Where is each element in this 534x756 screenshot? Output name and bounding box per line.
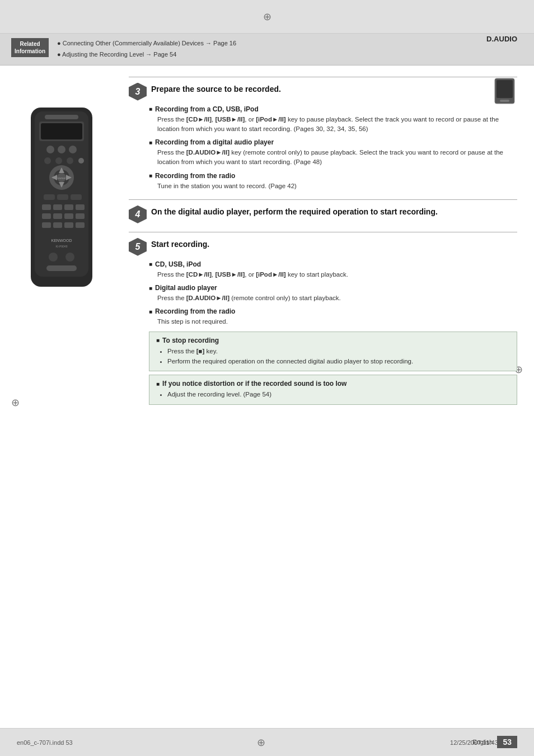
top-bar: ⊕: [0, 0, 534, 34]
svg-point-38: [65, 253, 74, 262]
related-info-bar: Related Information ● Connecting Other (…: [0, 34, 534, 66]
svg-text:KI-P9048: KI-P9048: [56, 245, 68, 248]
sub-title-5-cd: CD, USB, iPod: [149, 260, 517, 268]
file-info: en06_c-707i.indd 53: [17, 739, 73, 746]
svg-rect-39: [46, 265, 77, 271]
svg-point-7: [69, 146, 77, 153]
step-4-block: 4 On the digital audio player, perform t…: [129, 199, 517, 223]
svg-rect-28: [53, 213, 62, 219]
svg-point-6: [58, 146, 65, 153]
sub-text-digital: Press the [D.AUDIO►/II] key (remote cont…: [149, 148, 517, 167]
sub-text-5-radio: This step is not required.: [149, 317, 517, 326]
svg-rect-21: [57, 194, 68, 200]
step-3-block: 3 Prepare the source to be recorded. Rec…: [129, 77, 517, 191]
step-4-title: On the digital audio player, perform the…: [151, 206, 438, 216]
svg-rect-26: [76, 204, 85, 210]
sub-section-radio: Recording from the radio Tune in the sta…: [149, 172, 517, 191]
distortion-list: Adjust the recording level. (Page 54): [156, 389, 510, 399]
stop-recording-title: To stop recording: [156, 337, 510, 344]
svg-rect-27: [42, 213, 51, 219]
svg-rect-42: [500, 100, 509, 102]
svg-rect-4: [41, 123, 82, 139]
step-3-header: 3 Prepare the source to be recorded.: [129, 83, 517, 101]
device-icon-area: [492, 77, 517, 110]
svg-rect-23: [42, 204, 51, 210]
sub-title-digital: Recording from a digital audio player: [149, 138, 517, 146]
svg-point-5: [46, 146, 54, 153]
main-content: ⊕ ⊕: [0, 66, 534, 728]
step-5-content: CD, USB, iPod Press the [CD►/II], [USB►/…: [129, 260, 517, 405]
svg-rect-2: [45, 115, 78, 119]
svg-text:KENWOOD: KENWOOD: [51, 239, 72, 242]
stop-item-2: Perform the required operation on the co…: [167, 356, 510, 366]
svg-rect-32: [53, 222, 62, 228]
svg-point-8: [44, 157, 51, 164]
svg-rect-30: [76, 213, 85, 219]
svg-rect-29: [64, 213, 73, 219]
step-5-block: 5 Start recording. CD, USB, iPod Press t…: [129, 232, 517, 405]
step-3-content: Recording from a CD, USB, iPod Press the…: [129, 105, 517, 191]
svg-rect-31: [42, 222, 51, 228]
step-3-number: 3: [129, 83, 147, 101]
sub-title-cd-usb: Recording from a CD, USB, iPod: [149, 105, 517, 113]
left-panel: ENTER KENWOOD KI-P9048: [0, 71, 123, 722]
svg-rect-41: [496, 80, 513, 98]
sub-text-cd-usb: Press the [CD►/II], [USB►/II], or [iPod►…: [149, 115, 517, 134]
sub-section-digital: Recording from a digital audio player Pr…: [149, 138, 517, 167]
svg-rect-22: [71, 194, 82, 200]
sub-section-5-radio: Recording from the radio This step is no…: [149, 307, 517, 326]
distortion-box: If you notice distortion or if the recor…: [149, 375, 517, 404]
step-3-title: Prepare the source to be recorded.: [151, 83, 281, 94]
svg-text:ENTER: ENTER: [58, 177, 65, 180]
step-4-header: 4 On the digital audio player, perform t…: [129, 206, 517, 223]
step-5-number: 5: [129, 238, 147, 256]
related-link-2: ● Adjusting the Recording Level → Page 5…: [57, 49, 236, 60]
daudio-title: D.AUDIO: [486, 34, 517, 44]
sub-text-radio: Tune in the station you want to record. …: [149, 181, 517, 191]
svg-rect-25: [64, 204, 73, 210]
related-label: Related Information: [11, 38, 49, 57]
step-4-number: 4: [129, 206, 147, 223]
sub-title-radio: Recording from the radio: [149, 172, 517, 180]
svg-point-37: [49, 253, 58, 262]
sub-text-5-cd: Press the [CD►/II], [USB►/II], or [iPod►…: [149, 270, 517, 279]
svg-rect-34: [76, 222, 85, 228]
sub-title-5-digital: Digital audio player: [149, 284, 517, 292]
stop-recording-list: Press the [■] key. Perform the required …: [156, 346, 510, 367]
related-links: ● Connecting Other (Commercially Availab…: [57, 38, 236, 60]
bottom-bar: en06_c-707i.indd 53 ⊕ 12/25/2007 11:43:1…: [0, 728, 534, 756]
distortion-item-1: Adjust the recording level. (Page 54): [167, 389, 510, 399]
distortion-title: If you notice distortion or if the recor…: [156, 380, 510, 388]
bottom-compass-icon: ⊕: [257, 736, 265, 749]
sub-section-5-cd: CD, USB, iPod Press the [CD►/II], [USB►/…: [149, 260, 517, 279]
right-panel: 3 Prepare the source to be recorded. Rec…: [123, 71, 534, 722]
page-number: 53: [497, 736, 517, 748]
svg-rect-33: [64, 222, 73, 228]
device-icon: [492, 77, 517, 108]
step-5-title: Start recording.: [151, 238, 209, 249]
svg-point-10: [67, 157, 73, 164]
sub-section-cd-usb: Recording from a CD, USB, iPod Press the…: [149, 105, 517, 134]
page-number-area: English 53: [472, 736, 517, 748]
page: ⊕ Related Information ● Connecting Other…: [0, 0, 534, 756]
top-compass-icon: ⊕: [263, 11, 271, 23]
svg-point-11: [78, 158, 84, 164]
remote-control-image: ENTER KENWOOD KI-P9048: [22, 105, 101, 295]
language-label: English: [472, 739, 493, 745]
sub-section-5-digital: Digital audio player Press the [D.AUDIO►…: [149, 284, 517, 303]
svg-point-9: [55, 157, 62, 164]
svg-rect-20: [44, 194, 55, 200]
sub-text-5-digital: Press the [D.AUDIO►/II] (remote control …: [149, 293, 517, 303]
step-5-header: 5 Start recording.: [129, 238, 517, 256]
related-link-1: ● Connecting Other (Commercially Availab…: [57, 38, 236, 49]
sub-title-5-radio: Recording from the radio: [149, 307, 517, 315]
stop-recording-box: To stop recording Press the [■] key. Per…: [149, 332, 517, 372]
stop-item-1: Press the [■] key.: [167, 346, 510, 356]
svg-rect-24: [53, 204, 62, 210]
